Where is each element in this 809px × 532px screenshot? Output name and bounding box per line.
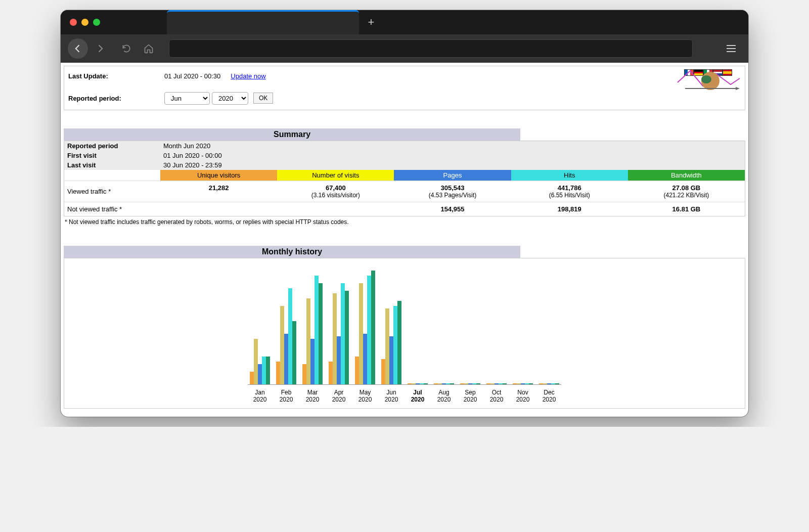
bar-uv [276,362,280,384]
month-label: Jan2020 [250,389,270,403]
bar-uv [355,357,359,384]
viewed-bw-sub: (421.22 KB/Visit) [631,192,742,199]
summary-note: * Not viewed traffic includes traffic ge… [64,216,745,228]
url-bar[interactable] [169,39,693,58]
viewed-ht: 441,786 [514,184,625,192]
viewed-traffic-row: Viewed traffic * 21,282 67,400(3.16 visi… [64,181,745,202]
month-bars [302,263,323,384]
bar-bw [319,283,323,384]
monthly-labels: Jan2020Feb2020Mar2020Apr2020May2020Jun20… [248,389,561,403]
bar-pg [521,383,525,384]
notviewed-bw: 16.81 GB [631,205,742,213]
awstats-logo [675,68,741,108]
month-bars [408,263,428,384]
bar-uv [513,383,517,384]
back-button[interactable] [68,38,88,59]
month-label: Dec2020 [539,389,559,403]
month-bars [355,263,375,384]
bar-uv [250,372,254,384]
month-bars [486,263,507,384]
month-label: May2020 [355,389,375,403]
minimize-window-button[interactable] [81,19,88,26]
bar-pg [284,334,288,384]
month-bars [513,263,533,384]
bar-ht [525,383,529,384]
bar-bw [371,271,375,384]
bar-bw [424,383,428,384]
forward-button[interactable] [90,38,110,59]
reload-button[interactable] [116,38,137,59]
reported-period-label: Reported period: [68,95,164,102]
bar-bw [555,383,559,384]
bar-pg [468,383,472,384]
month-bars [276,263,296,384]
month-bars [381,263,401,384]
bar-ht [551,383,555,384]
bar-uv [434,383,438,384]
bar-ht [262,357,266,384]
month-bars [250,263,270,384]
notviewed-pg: 154,955 [397,205,508,213]
bar-bw [345,291,349,384]
bar-ht [288,288,292,384]
viewed-label: Viewed traffic * [64,181,160,202]
bar-uv [539,383,543,384]
maximize-window-button[interactable] [93,19,100,26]
month-label: Aug2020 [434,389,454,403]
close-window-button[interactable] [70,19,77,26]
menu-button[interactable] [721,38,741,59]
notviewed-ht: 198,819 [514,205,625,213]
bar-pg [416,383,420,384]
monthly-section: Monthly history Jan2020Feb2020Mar2020Apr… [64,246,745,409]
browser-tab[interactable] [167,10,359,34]
bar-uv [302,364,306,384]
bar-uv [460,383,464,384]
monthly-title: Monthly history [64,246,520,258]
bar-ht [446,383,450,384]
summary-last-value: 30 Jun 2020 - 23:59 [163,161,222,169]
viewed-bw: 27.08 GB [631,184,742,192]
bar-pg [258,364,262,384]
month-bars [539,263,559,384]
bar-bw [503,383,507,384]
bar-ht [314,276,319,384]
bar-nv [306,298,310,384]
last-update-label: Last Update: [68,72,164,80]
month-label: Oct2020 [486,389,507,403]
bar-nv [464,383,468,384]
bar-bw [529,383,533,384]
new-tab-button[interactable]: + [359,10,383,34]
bar-nv [359,283,363,384]
bar-uv [329,362,333,384]
month-label: Jul2020 [408,389,428,403]
viewed-pg: 305,543 [397,184,508,192]
month-bars [434,263,454,384]
viewed-nv: 67,400 [280,184,391,192]
monthly-chart [248,263,561,385]
bar-pg [337,336,341,384]
month-label: Mar2020 [302,389,323,403]
viewed-ht-sub: (6.55 Hits/Visit) [514,192,625,199]
bar-pg [442,383,446,384]
notviewed-label: Not viewed traffic * [64,202,160,216]
bar-bw [397,301,401,384]
traffic-lights [70,19,100,26]
update-now-link[interactable]: Update now [231,72,265,80]
ok-button[interactable]: OK [253,93,273,104]
home-button[interactable] [139,38,159,59]
page-content: Last Update: 01 Jul 2020 - 00:30 Update … [61,63,748,417]
not-viewed-traffic-row: Not viewed traffic * 154,955 198,819 16.… [64,202,745,216]
col-unique-visitors: Unique visitors [160,170,277,181]
year-select[interactable]: 2020 [212,92,248,105]
tab-bar: + [167,10,383,34]
bar-pg [547,383,551,384]
bar-ht [393,306,397,384]
summary-reported-label: Reported period [67,142,163,150]
month-label: Feb2020 [276,389,296,403]
month-select[interactable]: Jun [164,92,210,105]
summary-first-value: 01 Jun 2020 - 00:00 [163,152,222,159]
bar-nv [438,383,442,384]
col-pages: Pages [394,170,511,181]
month-bars [329,263,349,384]
bar-nv [280,306,284,384]
